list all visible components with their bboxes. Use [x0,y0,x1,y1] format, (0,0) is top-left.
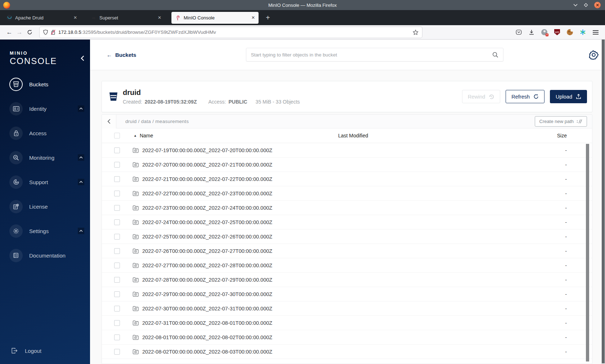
table-row[interactable]: 2022-07-28T00:00:00.000Z_2022-07-29T00:0… [102,273,592,287]
row-checkbox[interactable] [114,320,120,326]
sidebar-item-documentation[interactable]: Documentation [0,243,90,268]
sidebar-item-settings[interactable]: Settings [0,219,90,243]
object-name[interactable]: 2022-08-01T00:00:00.000Z_2022-08-02T00:0… [142,335,272,340]
table-row[interactable]: 2022-07-20T00:00:00.000Z_2022-07-21T00:0… [102,158,592,172]
object-name[interactable]: 2022-07-23T00:00:00.000Z_2022-07-24T00:0… [142,205,272,211]
window-close-icon[interactable]: ✕ [594,2,601,8]
object-name[interactable]: 2022-07-31T00:00:00.000Z_2022-08-01T00:0… [142,320,272,326]
sidebar-item-identity[interactable]: Identity [0,96,90,121]
table-row[interactable]: 2022-07-24T00:00:00.000Z_2022-07-25T00:0… [102,215,592,229]
sidebar-item-license[interactable]: License [0,194,90,219]
create-new-path-button[interactable]: Create new path [535,116,587,127]
tab-close-icon[interactable]: ✕ [251,15,255,20]
refresh-button[interactable]: Refresh [506,90,544,103]
object-filter-search[interactable] [246,48,503,62]
sidebar-item-logout[interactable]: Logout [11,347,41,354]
downloads-icon[interactable] [529,29,534,35]
sidebar-item-access[interactable]: Access [0,121,90,145]
sidebar-item-buckets[interactable]: Buckets [0,72,90,96]
select-all-checkbox[interactable] [114,133,120,138]
breadcrumb-back-chevron-icon[interactable] [102,115,116,128]
account-extension-icon[interactable] [541,29,547,35]
window-minimize-icon[interactable] [573,4,578,6]
chevron-up-icon[interactable] [78,228,84,234]
tab-apache-druid[interactable]: Apache Druid ✕ [3,12,81,24]
tab-close-icon[interactable]: ✕ [158,15,161,20]
table-row[interactable]: 2022-07-29T00:00:00.000Z_2022-07-30T00:0… [102,287,592,301]
bookmark-star-icon[interactable] [413,29,418,35]
table-row[interactable]: 2022-07-30T00:00:00.000Z_2022-07-31T00:0… [102,301,592,316]
object-name[interactable]: 2022-08-02T00:00:00.000Z_2022-08-03T00:0… [142,349,272,355]
asterisk-extension-icon[interactable] [580,29,586,35]
tab-close-icon[interactable]: ✕ [73,15,77,20]
object-name[interactable]: 2022-07-22T00:00:00.000Z_2022-07-23T00:0… [142,191,272,196]
row-checkbox[interactable] [114,277,120,283]
search-input[interactable] [251,52,492,58]
table-row[interactable]: 2022-07-27T00:00:00.000Z_2022-07-28T00:0… [102,258,592,273]
row-checkbox[interactable] [114,234,120,240]
upload-button[interactable]: Upload [550,90,587,103]
row-checkbox[interactable] [114,335,120,340]
row-checkbox[interactable] [114,248,120,254]
window-maximize-icon[interactable] [584,3,588,7]
table-row[interactable]: 2022-07-31T00:00:00.000Z_2022-08-01T00:0… [102,316,592,330]
row-checkbox[interactable] [114,349,120,355]
insecure-lock-icon[interactable] [51,29,55,35]
object-name[interactable]: 2022-07-28T00:00:00.000Z_2022-07-29T00:0… [142,277,272,283]
cookie-extension-icon[interactable] [567,29,573,35]
sidebar-item-monitoring[interactable]: Monitoring [0,145,90,170]
object-name[interactable]: 2022-07-30T00:00:00.000Z_2022-07-31T00:0… [142,306,272,311]
table-row[interactable]: 2022-08-01T00:00:00.000Z_2022-08-02T00:0… [102,330,592,345]
tab-minio-console[interactable]: MinIO Console ✕ [171,12,259,24]
object-name[interactable]: 2022-07-29T00:00:00.000Z_2022-07-30T00:0… [142,291,272,297]
table-row[interactable]: 2022-07-22T00:00:00.000Z_2022-07-23T00:0… [102,186,592,201]
breadcrumb[interactable]: druid / data / measurements [125,119,189,124]
column-last-modified[interactable]: Last Modified [338,133,540,138]
sidebar-collapse-icon[interactable] [81,55,84,61]
menu-icon[interactable] [593,30,599,35]
chevron-up-icon[interactable] [78,179,84,185]
buckets-back-link[interactable]: ← Buckets [107,52,203,58]
column-name[interactable]: Name [140,133,153,138]
table-scrollbar[interactable] [586,144,589,361]
object-name[interactable]: 2022-07-27T00:00:00.000Z_2022-07-28T00:0… [142,263,272,268]
chevron-up-icon[interactable] [78,105,84,112]
row-checkbox[interactable] [114,263,120,268]
table-row[interactable]: 2022-07-25T00:00:00.000Z_2022-07-26T00:0… [102,229,592,244]
url-bar[interactable]: 172.18.0.5:32595/buckets/druid/browse/ZG… [40,27,422,38]
new-tab-button[interactable]: + [266,14,270,22]
tracking-shield-icon[interactable] [43,29,48,35]
row-checkbox[interactable] [114,205,120,211]
ublock-origin-icon[interactable]: UO [554,29,560,35]
forward-icon[interactable]: → [14,29,24,36]
console-settings-gear-icon[interactable] [589,50,600,60]
table-row[interactable]: 2022-07-26T00:00:00.000Z_2022-07-27T00:0… [102,244,592,258]
row-checkbox[interactable] [114,162,120,168]
object-name[interactable]: 2022-07-19T00:00:00.000Z_2022-07-20T00:0… [142,147,272,153]
table-row[interactable]: 2022-08-02T00:00:00.000Z_2022-08-03T00:0… [102,345,592,359]
row-checkbox[interactable] [114,291,120,297]
object-name[interactable]: 2022-07-26T00:00:00.000Z_2022-07-27T00:0… [142,248,272,254]
back-icon[interactable]: ← [4,29,14,36]
table-row[interactable]: 2022-07-21T00:00:00.000Z_2022-07-22T00:0… [102,172,592,186]
sidebar-item-support[interactable]: Support [0,170,90,194]
table-row[interactable]: 2022-07-23T00:00:00.000Z_2022-07-24T00:0… [102,201,592,215]
row-checkbox[interactable] [114,147,120,153]
rewind-button[interactable]: Rewind [462,90,500,103]
row-checkbox[interactable] [114,306,120,311]
object-name[interactable]: 2022-07-25T00:00:00.000Z_2022-07-26T00:0… [142,234,272,240]
row-checkbox[interactable] [114,219,120,225]
row-checkbox[interactable] [114,176,120,182]
object-name[interactable]: 2022-07-21T00:00:00.000Z_2022-07-22T00:0… [142,176,272,182]
object-name[interactable]: 2022-07-20T00:00:00.000Z_2022-07-21T00:0… [142,162,272,168]
row-checkbox[interactable] [114,191,120,196]
table-row[interactable]: 2022-07-19T00:00:00.000Z_2022-07-20T00:0… [102,143,592,158]
column-size[interactable]: Size [540,133,592,138]
chevron-up-icon[interactable] [78,154,84,161]
reload-icon[interactable] [24,29,35,35]
pocket-icon[interactable] [516,29,522,35]
sort-asc-icon[interactable]: ▲ [134,134,137,137]
page-scrollbar[interactable] [601,40,605,364]
tab-superset[interactable]: ∞ Superset ✕ [87,12,165,24]
object-name[interactable]: 2022-07-24T00:00:00.000Z_2022-07-25T00:0… [142,219,272,225]
